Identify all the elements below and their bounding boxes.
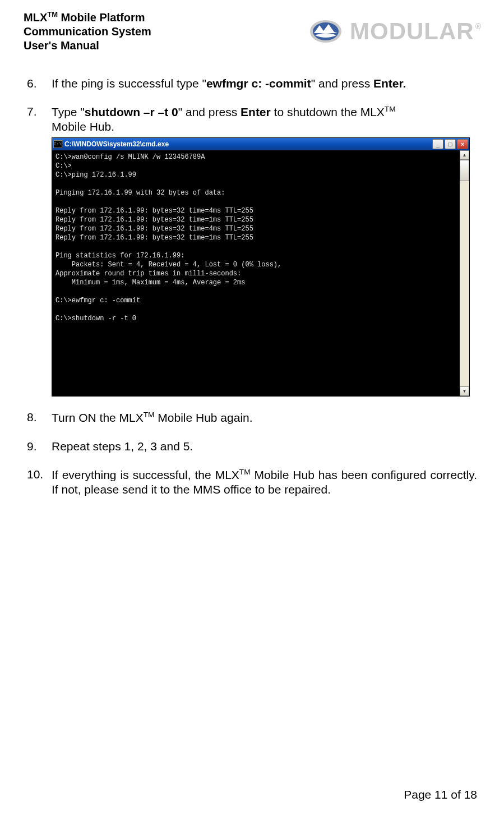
page-header: MLXTM Mobile Platform Communication Syst… bbox=[0, 0, 504, 53]
step-8: Turn ON the MLXTM Mobile Hub again. bbox=[27, 410, 477, 425]
title-tm: TM bbox=[47, 10, 58, 19]
steps-list: If the ping is successful type "ewfmgr c… bbox=[27, 76, 477, 497]
logo-registered-icon: ® bbox=[475, 22, 482, 31]
logo-wordmark: MODULAR® bbox=[350, 18, 480, 45]
step-6: If the ping is successful type "ewfmgr c… bbox=[27, 76, 477, 91]
step-6-enter: Enter. bbox=[373, 77, 406, 90]
scroll-track[interactable] bbox=[460, 160, 469, 386]
brand-logo: MODULAR® bbox=[309, 18, 480, 45]
cmd-titlebar[interactable]: C:\ C:\WINDOWS\system32\cmd.exe _ □ × bbox=[52, 138, 469, 150]
maximize-button[interactable]: □ bbox=[445, 139, 456, 149]
title-suffix: Mobile Platform bbox=[58, 11, 145, 24]
step-7-pre: Type " bbox=[52, 105, 85, 118]
step-9: Repeat steps 1, 2, 3 and 5. bbox=[27, 439, 477, 454]
step-7-tm: TM bbox=[385, 105, 396, 113]
cmd-body: C:\>wan0config /s MLINK /w 123456789A C:… bbox=[52, 150, 469, 396]
cmd-scrollbar[interactable]: ▲ ▼ bbox=[460, 150, 469, 396]
title-line-1: MLXTM Mobile Platform bbox=[24, 10, 151, 25]
step-8-tm: TM bbox=[144, 411, 155, 419]
step-7-line2: Mobile Hub. bbox=[52, 119, 477, 134]
scroll-thumb[interactable] bbox=[460, 160, 469, 181]
step-7-mid: " and press bbox=[178, 105, 241, 118]
scroll-down-button[interactable]: ▼ bbox=[460, 386, 469, 396]
step-8-pre: Turn ON the MLX bbox=[52, 411, 144, 424]
cmd-app-icon: C:\ bbox=[53, 140, 62, 148]
step-10-tm: TM bbox=[239, 468, 251, 476]
step-7: Type "shutdown –r –t 0" and press Enter … bbox=[27, 104, 477, 397]
step-8-post: Mobile Hub again. bbox=[154, 411, 252, 424]
step-7-enter: Enter bbox=[241, 105, 271, 118]
logo-badge-icon bbox=[309, 20, 342, 43]
step-10-pre: If everything is successful, the MLX bbox=[52, 468, 239, 481]
manual-title: MLXTM Mobile Platform Communication Syst… bbox=[24, 10, 151, 53]
title-mlx: MLX bbox=[24, 11, 47, 24]
title-line-2: Communication System bbox=[24, 25, 151, 39]
scroll-up-button[interactable]: ▲ bbox=[460, 150, 469, 160]
step-7-cmd: shutdown –r –t 0 bbox=[85, 105, 178, 118]
logo-word: MODULAR bbox=[350, 18, 474, 45]
step-6-cmd: ewfmgr c: -commit bbox=[206, 77, 311, 90]
page-content: If the ping is successful type "ewfmgr c… bbox=[0, 53, 504, 497]
step-7-line1: Type "shutdown –r –t 0" and press Enter … bbox=[52, 104, 477, 119]
step-7-after: to shutdown the MLX bbox=[271, 105, 385, 118]
step-6-pre: If the ping is successful type " bbox=[52, 77, 206, 90]
step-10: If everything is successful, the MLXTM M… bbox=[27, 467, 477, 497]
cmd-window: C:\ C:\WINDOWS\system32\cmd.exe _ □ × C:… bbox=[52, 137, 470, 397]
close-button[interactable]: × bbox=[457, 139, 468, 149]
minimize-button[interactable]: _ bbox=[432, 139, 443, 149]
page-footer: Page 11 of 18 bbox=[404, 788, 477, 801]
title-line-3: User's Manual bbox=[24, 39, 151, 53]
cmd-output[interactable]: C:\>wan0config /s MLINK /w 123456789A C:… bbox=[52, 150, 460, 396]
window-controls: _ □ × bbox=[432, 139, 468, 149]
cmd-title: C:\WINDOWS\system32\cmd.exe bbox=[64, 140, 432, 149]
step-6-mid: " and press bbox=[311, 77, 373, 90]
